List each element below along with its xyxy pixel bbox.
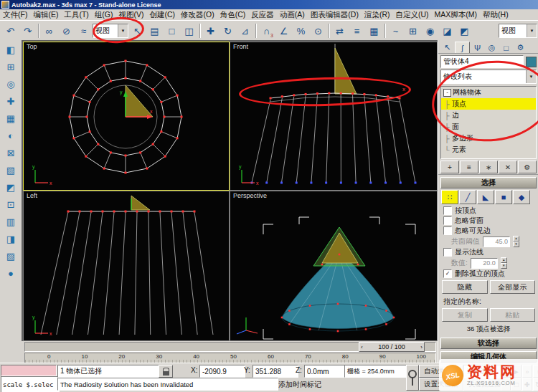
normal-scale-field[interactable]: 20.0 [471,258,498,269]
left-tool-icon[interactable]: ◎ [2,76,20,92]
show-end-result-icon[interactable]: ≡ [460,161,478,173]
left-tool-icon[interactable]: ⊞ [2,59,20,75]
left-tool-icon[interactable]: ◧ [2,42,20,58]
scale-icon[interactable]: ⊿ [237,23,253,39]
motion-tab-icon[interactable]: ◎ [485,42,499,53]
left-tool-icon[interactable]: ▧ [2,162,20,178]
undo-icon[interactable]: ↶ [2,23,19,39]
align-icon[interactable]: ≡ [349,23,365,39]
unlink-icon[interactable]: ⊘ [58,23,75,39]
menu-group[interactable]: 组(G) [92,10,116,20]
menu-create[interactable]: 创建(C) [147,10,179,20]
window-crossing-icon[interactable]: ◫ [181,23,197,39]
planar-threshold-spinner[interactable]: ▴▾ [513,236,519,247]
left-tool-icon[interactable]: ⊠ [2,145,20,161]
selection-region-icon[interactable]: □ [164,23,180,39]
mirror-icon[interactable]: ⇄ [331,23,348,39]
delete-isolated-checkbox[interactable]: ✓ [443,269,452,278]
stack-item-mesh[interactable]: - 网格物体 [441,87,536,98]
select-by-name-icon[interactable]: ▤ [146,23,163,39]
modifier-list-dropdown[interactable]: 修改列表 ▼ [440,70,537,84]
hierarchy-tab-icon[interactable]: Ψ [471,42,484,53]
normal-scale-spinner[interactable]: ▴▾ [501,257,507,269]
macro-recorder-pane[interactable] [1,365,57,376]
menu-animation[interactable]: 动画(A) [277,10,308,20]
viewport-perspective[interactable]: Perspective [230,191,438,341]
hide-button[interactable]: 隐藏 [442,280,488,294]
left-tool-icon[interactable]: ◨ [2,231,20,247]
selection-lock-button[interactable] [159,365,173,378]
tree-collapse-icon[interactable]: - [443,89,451,97]
maxscript-listener[interactable]: scale $.selec [1,376,60,392]
display-tab-icon[interactable]: □ [499,42,513,53]
menu-customize[interactable]: 自定义(U) [393,10,432,20]
paste-button[interactable]: 粘贴 [490,308,536,322]
menu-views[interactable]: 视图(V) [116,10,147,20]
modify-tab-icon[interactable]: ∫ [455,42,470,53]
keyboard-shortcut-override-button[interactable] [406,365,419,391]
z-coordinate-field[interactable]: 0.0mm [304,365,347,378]
left-tool-icon[interactable]: ● [2,265,20,282]
move-icon[interactable]: ✚ [202,23,219,39]
snap-toggle-icon[interactable]: ∩3 [258,23,275,39]
viewport-front[interactable]: Front xyx [230,42,438,191]
bind-spacewarp-icon[interactable]: ≈ [75,23,92,39]
stack-item-vertex[interactable]: ├ 顶点 [441,98,536,110]
make-unique-icon[interactable]: ∗ [479,161,498,173]
schematic-view-icon[interactable]: ⊞ [405,23,421,39]
left-tool-icon[interactable]: ▥ [2,214,20,230]
viewport-top[interactable]: Top yxyx [23,42,230,191]
by-vertex-checkbox[interactable] [443,206,452,215]
edge-mode-icon[interactable]: ╱ [459,190,476,204]
menu-character[interactable]: 角色(C) [217,10,249,20]
select-link-icon[interactable]: ∞ [41,23,57,39]
menu-reactor[interactable]: 反应器 [248,10,277,20]
material-editor-icon[interactable]: ◉ [422,23,438,39]
select-object-icon[interactable]: ↖ [129,23,146,39]
left-tool-icon[interactable]: ◩ [2,179,20,196]
polygon-mode-icon[interactable]: ■ [495,190,512,204]
object-color-swatch[interactable] [526,57,537,67]
configure-modifier-sets-icon[interactable]: ⚙ [518,161,537,173]
utilities-tab-icon[interactable]: ⚙ [514,42,527,53]
layer-manager-icon[interactable]: ▦ [366,23,382,39]
ignore-backfacing-checkbox[interactable] [443,216,452,225]
viewport-left[interactable]: Left yx [23,191,230,341]
left-tool-icon[interactable]: ◐ [2,128,20,144]
x-coordinate-field[interactable]: -2090.9 [199,365,245,378]
left-tool-icon[interactable]: ▨ [2,248,20,264]
curve-editor-icon[interactable]: ~ [387,23,404,39]
redo-icon[interactable]: ↷ [19,23,36,39]
menu-edit[interactable]: 编辑(E) [30,10,61,20]
stack-item-element[interactable]: └ 元素 [441,144,536,156]
time-slider-handle[interactable]: ‹ 100 / 100 › [359,342,425,352]
show-normals-checkbox[interactable] [443,248,452,257]
remove-modifier-icon[interactable]: ✕ [499,161,517,173]
render-scene-icon[interactable]: ◪ [439,23,456,39]
stack-item-face[interactable]: ├ 面 [441,121,536,133]
quick-render-icon[interactable]: ◩ [456,23,473,39]
left-tool-icon[interactable]: ✚ [2,93,20,110]
menu-modifiers[interactable]: 修改器(O) [178,10,217,20]
angle-snap-icon[interactable]: ∠ [275,23,292,39]
create-tab-icon[interactable]: ↖ [440,42,454,53]
object-name-field[interactable]: 管状体4 [440,55,524,68]
menu-file[interactable]: 文件(F) [0,10,30,20]
left-tool-icon[interactable]: ⊡ [2,196,20,213]
frame-forward-icon[interactable]: › [420,344,423,350]
spinner-snap-icon[interactable]: ⊙ [310,23,326,39]
vertex-mode-icon[interactable]: ∷ [441,190,458,204]
pin-stack-icon[interactable]: + [440,161,459,173]
reference-coordinate-dropdown[interactable]: 视图 ▼ [93,24,128,38]
menu-rendering[interactable]: 渲染(R) [362,10,393,20]
ignore-visible-edges-checkbox[interactable] [443,226,452,235]
element-mode-icon[interactable]: ◆ [513,190,530,204]
left-tool-icon[interactable]: ▦ [2,110,20,127]
planar-threshold-field[interactable]: 45.0 [483,236,510,247]
menu-maxscript[interactable]: MAX脚本(M) [432,10,481,20]
unhide-all-button[interactable]: 全部显示 [490,280,536,294]
stack-item-polygon[interactable]: ├ 多边形 [441,133,536,144]
add-time-tag[interactable]: 添加时间标记 [278,380,321,390]
y-coordinate-field[interactable]: 351.288 [253,365,298,378]
viewport-dropdown[interactable]: 视图 ▼ [499,24,537,38]
